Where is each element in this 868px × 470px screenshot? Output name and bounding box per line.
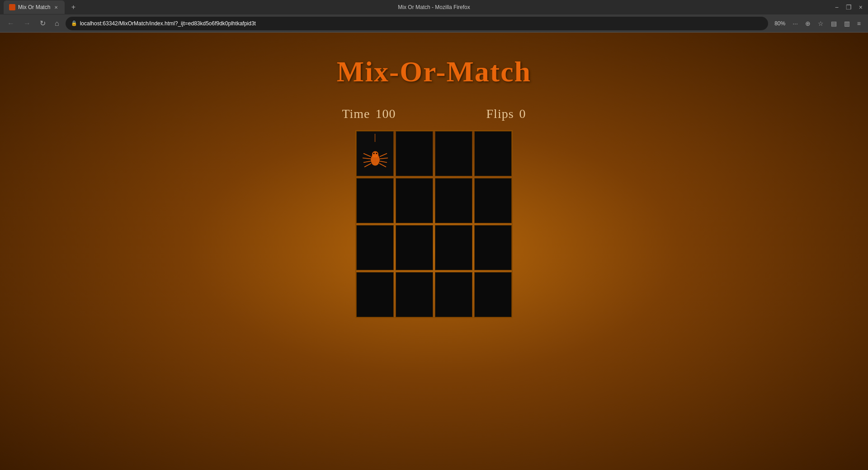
card-content-empty xyxy=(475,132,511,176)
tab-label: Mix Or Match xyxy=(18,4,50,10)
card-11[interactable] xyxy=(474,225,512,270)
browser-window: Mix Or Match ✕ + Mix Or Match - Mozilla … xyxy=(0,0,868,470)
more-button[interactable]: ··· xyxy=(790,18,801,29)
card-6[interactable] xyxy=(435,178,472,223)
tab-close-button[interactable]: ✕ xyxy=(53,4,59,10)
card-0[interactable] xyxy=(356,131,394,176)
svg-point-2 xyxy=(373,153,374,154)
card-4[interactable] xyxy=(356,178,394,223)
zoom-indicator: 80% xyxy=(772,19,788,28)
card-content-empty xyxy=(435,132,472,176)
card-content-empty xyxy=(357,273,393,317)
title-bar: Mix Or Match ✕ + Mix Or Match - Mozilla … xyxy=(0,0,868,14)
card-2[interactable] xyxy=(435,131,472,176)
svg-line-10 xyxy=(380,161,387,163)
stats-bar: Time 100 Flips 0 xyxy=(342,107,526,121)
card-13[interactable] xyxy=(396,272,433,317)
card-content-empty xyxy=(435,226,472,270)
spider-icon xyxy=(362,142,389,174)
restore-button[interactable]: ❐ xyxy=(844,3,854,12)
svg-line-7 xyxy=(364,164,371,167)
reader-button[interactable]: ▤ xyxy=(828,18,840,29)
card-content xyxy=(357,132,393,176)
flips-stat: Flips 0 xyxy=(486,107,526,121)
new-tab-button[interactable]: + xyxy=(67,1,79,13)
address-bar[interactable]: 🔒 localhost:63342/MixOrMatch/index.html?… xyxy=(66,17,768,30)
url-host: localhost:63342/MixOrMatch/index.html?_i… xyxy=(80,20,256,27)
svg-line-8 xyxy=(380,154,387,157)
card-content-empty xyxy=(396,273,433,317)
refresh-button[interactable]: ↻ xyxy=(37,17,48,29)
lock-icon: 🔒 xyxy=(71,20,77,26)
svg-point-3 xyxy=(376,153,377,154)
spider-container xyxy=(362,134,389,174)
card-10[interactable] xyxy=(435,225,472,270)
time-value: 100 xyxy=(376,107,396,121)
card-content-empty xyxy=(396,179,433,223)
card-15[interactable] xyxy=(474,272,512,317)
back-button[interactable]: ← xyxy=(5,18,17,29)
card-9[interactable] xyxy=(396,225,433,270)
tab-favicon xyxy=(9,4,15,10)
card-content-empty xyxy=(475,179,511,223)
card-14[interactable] xyxy=(435,272,472,317)
time-label: Time xyxy=(342,107,370,121)
card-content-empty xyxy=(357,226,393,270)
pocket-button[interactable]: ⊕ xyxy=(802,18,813,29)
card-5[interactable] xyxy=(396,178,433,223)
bookmark-button[interactable]: ☆ xyxy=(815,18,826,29)
svg-line-4 xyxy=(363,154,371,157)
flips-label: Flips xyxy=(486,107,514,121)
card-1[interactable] xyxy=(396,131,433,176)
card-content-empty xyxy=(357,179,393,223)
card-content-empty xyxy=(435,179,472,223)
card-3[interactable] xyxy=(474,131,512,176)
card-content-empty xyxy=(475,273,511,317)
svg-line-5 xyxy=(363,158,371,159)
card-12[interactable] xyxy=(356,272,394,317)
card-content-empty xyxy=(396,226,433,270)
card-grid xyxy=(355,130,513,318)
window-controls: − ❐ × xyxy=(833,3,864,12)
close-button[interactable]: × xyxy=(857,3,864,12)
window-title: Mix Or Match - Mozilla Firefox xyxy=(398,4,470,10)
url-display: localhost:63342/MixOrMatch/index.html?_i… xyxy=(80,20,256,27)
menu-button[interactable]: ≡ xyxy=(854,18,863,29)
browser-tab[interactable]: Mix Or Match ✕ xyxy=(4,0,65,14)
card-8[interactable] xyxy=(356,225,394,270)
time-stat: Time 100 xyxy=(342,107,396,121)
svg-line-9 xyxy=(380,158,388,159)
card-content-empty xyxy=(475,226,511,270)
minimize-button[interactable]: − xyxy=(833,3,840,12)
card-content-empty xyxy=(435,273,472,317)
title-bar-left: Mix Or Match ✕ + xyxy=(4,0,79,14)
page-content: Mix-Or-Match Time 100 Flips 0 xyxy=(0,33,868,470)
nav-right-controls: 80% ··· ⊕ ☆ ▤ ▥ ≡ xyxy=(772,18,863,29)
sidebar-button[interactable]: ▥ xyxy=(841,18,853,29)
svg-line-6 xyxy=(363,161,371,163)
navigation-bar: ← → ↻ ⌂ 🔒 localhost:63342/MixOrMatch/ind… xyxy=(0,14,868,33)
flips-value: 0 xyxy=(519,107,526,121)
home-button[interactable]: ⌂ xyxy=(52,18,62,29)
card-7[interactable] xyxy=(474,178,512,223)
card-content-empty xyxy=(396,132,433,176)
forward-button[interactable]: → xyxy=(21,18,33,29)
svg-line-11 xyxy=(379,164,386,167)
game-title: Mix-Or-Match xyxy=(337,55,531,89)
web-line xyxy=(375,134,375,142)
